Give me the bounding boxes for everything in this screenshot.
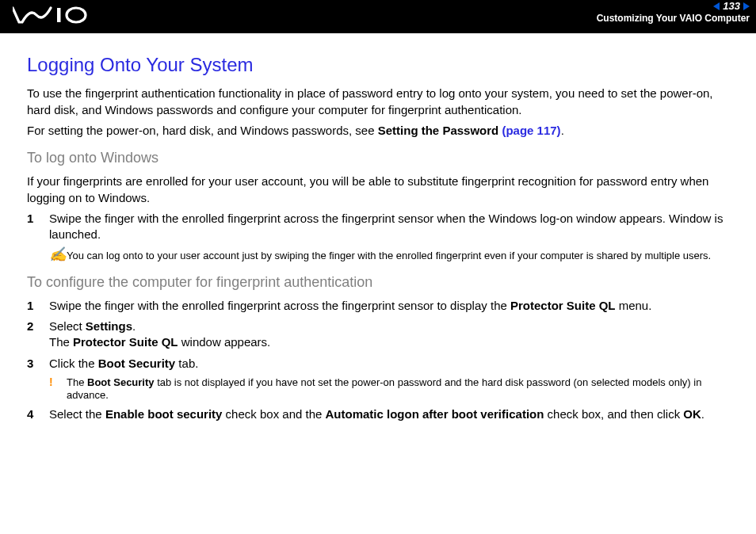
step-text: Select Settings. The Protector Suite QL … (49, 318, 734, 351)
list-item: 4 Select the Enable boot security check … (27, 406, 734, 422)
step-text: Swipe the finger with the enrolled finge… (49, 211, 734, 243)
page-indicator: 133 Customizing Your VAIO Computer (597, 0, 750, 24)
note-icon: ✍ (49, 247, 67, 262)
vaio-logo (13, 6, 89, 27)
prev-page-arrow-icon[interactable] (713, 2, 720, 10)
subheading-configure: To configure the computer for fingerprin… (27, 273, 734, 292)
warning-text: The Boot Security tab is not displayed i… (67, 376, 734, 402)
step-number: 3 (27, 356, 49, 372)
next-page-arrow-icon[interactable] (743, 2, 750, 10)
list-item: 2 Select Settings. The Protector Suite Q… (27, 318, 734, 351)
warning-icon: ! (49, 376, 67, 402)
step-text: Select the Enable boot security check bo… (49, 406, 734, 422)
step-number: 1 (27, 211, 49, 243)
note-block: ✍ You can log onto to your user account … (49, 247, 734, 262)
header-bar: 133 Customizing Your VAIO Computer (0, 0, 756, 33)
subheading-windows: To log onto Windows (27, 148, 734, 167)
page-content: Logging Onto Your System To use the fing… (0, 33, 756, 444)
warning-block: ! The Boot Security tab is not displayed… (49, 376, 734, 402)
page-title: Logging Onto Your System (27, 52, 734, 78)
note-text: You can log onto to your user account ju… (67, 247, 734, 262)
section-title: Customizing Your VAIO Computer (597, 13, 750, 24)
svg-rect-0 (57, 8, 61, 22)
step-number: 2 (27, 318, 49, 351)
sectionA-para: If your fingerprints are enrolled for yo… (27, 174, 734, 206)
step-text: Swipe the finger with the enrolled finge… (49, 298, 734, 314)
step-number: 4 (27, 406, 49, 422)
intro-paragraph-2: For setting the power-on, hard disk, and… (27, 123, 734, 139)
list-item: 1 Swipe the finger with the enrolled fin… (27, 298, 734, 314)
step-text: Click the Boot Security tab. (49, 356, 734, 372)
intro-paragraph-1: To use the fingerprint authentication fu… (27, 86, 734, 118)
svg-point-1 (67, 8, 86, 22)
list-item: 1 Swipe the finger with the enrolled fin… (27, 211, 734, 243)
step-number: 1 (27, 298, 49, 314)
page-link[interactable]: (page 117) (498, 124, 560, 137)
list-item: 3 Click the Boot Security tab. (27, 356, 734, 372)
page-number: 133 (723, 0, 740, 12)
